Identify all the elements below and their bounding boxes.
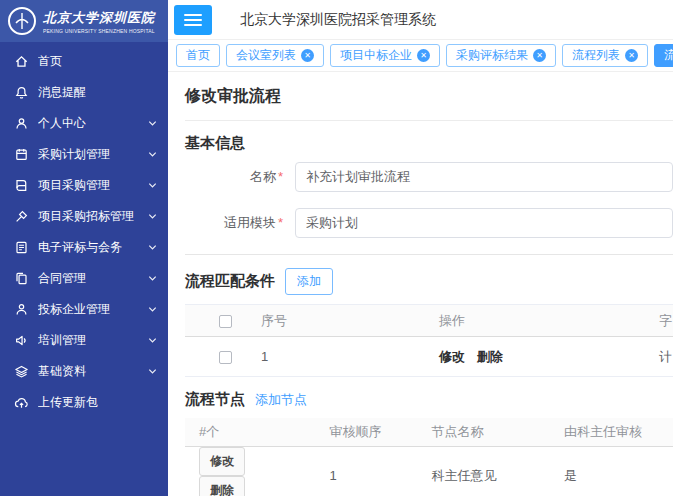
tab-label: 会议室列表 [236, 47, 296, 64]
chevron-down-icon [147, 304, 158, 315]
tab-label: 首页 [186, 47, 210, 64]
layers-icon [14, 364, 29, 379]
cloud-upload-icon [14, 395, 29, 410]
tab-process[interactable]: 流程 ✕ [654, 44, 673, 67]
required-mark: * [278, 169, 283, 184]
hospital-logo-icon [7, 6, 37, 36]
column-header-dept: 由科主任审核 [552, 418, 673, 446]
person-icon [14, 302, 29, 317]
close-icon[interactable]: ✕ [625, 49, 638, 62]
name-label: 名称* [185, 168, 295, 186]
sidebar-item-label: 合同管理 [38, 270, 138, 287]
chevron-down-icon [147, 242, 158, 253]
speaker-icon [14, 333, 29, 348]
files-icon [14, 271, 29, 286]
section-title: 流程匹配条件 [185, 272, 275, 291]
edit-button[interactable]: 修改 [199, 447, 245, 476]
table-header-row: #个 审核顺序 节点名称 由科主任审核 [185, 418, 673, 446]
name-form-row: 名称* [185, 162, 673, 192]
sidebar-item-basic-data[interactable]: 基础资料 [0, 356, 168, 387]
required-mark: * [278, 215, 283, 230]
name-input[interactable] [295, 162, 673, 192]
chevron-down-icon [147, 180, 158, 191]
sidebar-item-e-evaluation[interactable]: 电子评标与会务 [0, 232, 168, 263]
sidebar-item-project-procurement[interactable]: 项目采购管理 [0, 170, 168, 201]
nodes-table: #个 审核顺序 节点名称 由科主任审核 修改 删除 1 科主任意见 [185, 418, 673, 496]
tab-label: 采购评标结果 [456, 47, 528, 64]
user-icon [14, 116, 29, 131]
module-select[interactable] [295, 208, 673, 238]
column-header-name: 节点名称 [420, 418, 553, 446]
main-area: 北京大学深圳医院招采管理系统 首页 会议室列表 ✕ 项目中标企业 ✕ 采购评标结… [168, 0, 673, 496]
system-title: 北京大学深圳医院招采管理系统 [240, 11, 436, 29]
close-icon[interactable]: ✕ [301, 49, 314, 62]
sidebar-item-label: 项目采购招标管理 [38, 208, 138, 225]
chevron-down-icon [147, 118, 158, 129]
module-label: 适用模块* [185, 214, 295, 232]
sidebar-item-label: 消息提醒 [38, 84, 158, 101]
module-form-row: 适用模块* [185, 208, 673, 238]
select-all-checkbox[interactable] [219, 315, 232, 328]
sidebar-item-label: 投标企业管理 [38, 301, 138, 318]
nodes-section-head: 流程节点 添加节点 [185, 390, 673, 409]
sidebar-item-bidder-management[interactable]: 投标企业管理 [0, 294, 168, 325]
sidebar: 北京大学深圳医院 PEKING UNIVERSITY SHENZHEN HOSP… [0, 0, 168, 496]
tab-winning-bidders[interactable]: 项目中标企业 ✕ [330, 44, 440, 67]
delete-button[interactable]: 删除 [199, 476, 245, 496]
cell-dept-review: 是 [552, 446, 673, 496]
topbar: 北京大学深圳医院招采管理系统 [168, 0, 673, 40]
bell-icon [14, 85, 29, 100]
sidebar-item-label: 个人中心 [38, 115, 138, 132]
sidebar-item-contract[interactable]: 合同管理 [0, 263, 168, 294]
tab-process-list[interactable]: 流程列表 ✕ [562, 44, 648, 67]
table-row: 修改 删除 1 科主任意见 是 [185, 446, 673, 496]
sidebar-item-label: 上传更新包 [38, 394, 158, 411]
page-content: 修改审批流程 基本信息 名称* 适用模块* 流程匹配条件 添加 [168, 72, 673, 496]
delete-link[interactable]: 删除 [477, 349, 503, 364]
app-root: 北京大学深圳医院 PEKING UNIVERSITY SHENZHEN HOSP… [0, 0, 673, 496]
add-node-link[interactable]: 添加节点 [255, 391, 307, 409]
close-icon[interactable]: ✕ [533, 49, 546, 62]
close-icon[interactable]: ✕ [417, 49, 430, 62]
book-icon [14, 178, 29, 193]
tab-meeting-rooms[interactable]: 会议室列表 ✕ [226, 44, 324, 67]
sidebar-item-label: 基础资料 [38, 363, 138, 380]
sidebar-item-personal-center[interactable]: 个人中心 [0, 108, 168, 139]
collapse-sidebar-button[interactable] [174, 5, 212, 35]
section-title: 流程节点 [185, 390, 245, 409]
add-condition-button[interactable]: 添加 [285, 268, 333, 295]
sidebar-item-upload-package[interactable]: 上传更新包 [0, 387, 168, 418]
row-checkbox[interactable] [219, 351, 232, 364]
column-header-order: 审核顺序 [318, 418, 420, 446]
sidebar-menu: 首页 消息提醒 个人中心 采购计划管理 项目采购管理 [0, 42, 168, 418]
column-header-partial: 字 [647, 305, 673, 337]
gavel-icon [14, 209, 29, 224]
hospital-name-en: PEKING UNIVERSITY SHENZHEN HOSPITAL [43, 28, 155, 34]
basic-info-section-head: 基本信息 [185, 134, 673, 153]
tab-evaluation-results[interactable]: 采购评标结果 ✕ [446, 44, 556, 67]
chevron-down-icon [147, 149, 158, 160]
cell-seq: 1 [249, 337, 427, 377]
conditions-section-head: 流程匹配条件 添加 [185, 268, 673, 295]
hospital-logo-area: 北京大学深圳医院 PEKING UNIVERSITY SHENZHEN HOSP… [0, 0, 168, 42]
sidebar-item-training[interactable]: 培训管理 [0, 325, 168, 356]
document-icon [14, 240, 29, 255]
conditions-table: 序号 操作 字 1 修改 删除 计 [185, 304, 673, 377]
sidebar-item-messages[interactable]: 消息提醒 [0, 77, 168, 108]
sidebar-item-home[interactable]: 首页 [0, 46, 168, 77]
tab-label: 项目中标企业 [340, 47, 412, 64]
sidebar-item-project-bidding[interactable]: 项目采购招标管理 [0, 201, 168, 232]
page-title: 修改审批流程 [185, 82, 673, 121]
tab-home[interactable]: 首页 [176, 44, 220, 67]
tab-label: 流程 [664, 47, 673, 64]
cell-order: 1 [318, 446, 420, 496]
sidebar-item-label: 电子评标与会务 [38, 239, 138, 256]
edit-link[interactable]: 修改 [439, 349, 465, 364]
sidebar-item-procurement-plan[interactable]: 采购计划管理 [0, 139, 168, 170]
column-header-op: 操作 [427, 305, 647, 337]
sidebar-item-label: 采购计划管理 [38, 146, 138, 163]
table-row: 1 修改 删除 计 [185, 337, 673, 377]
column-header-seq: 序号 [249, 305, 427, 337]
chevron-down-icon [147, 366, 158, 377]
chevron-down-icon [147, 211, 158, 222]
